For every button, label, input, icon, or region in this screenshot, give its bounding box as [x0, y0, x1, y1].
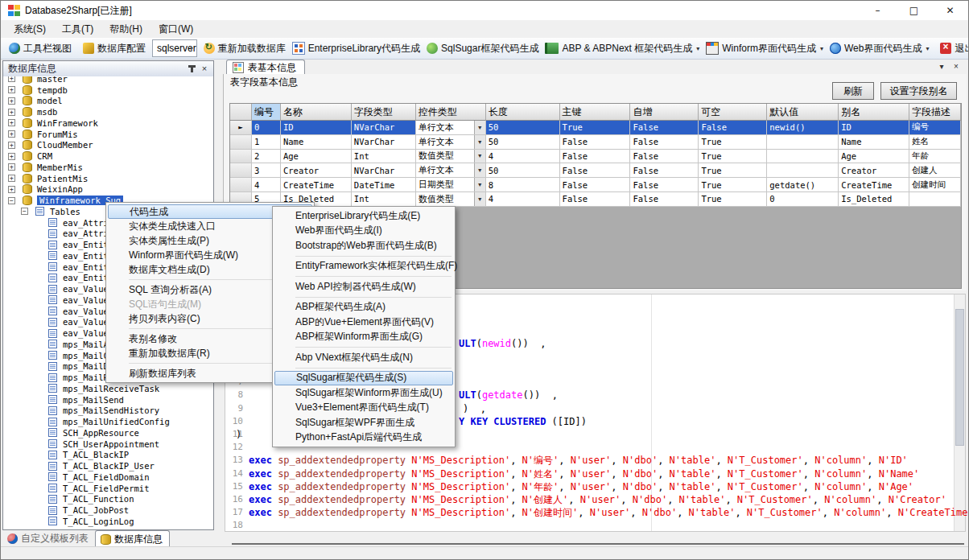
cell-字段描述[interactable]: 编号 [909, 121, 961, 135]
cell-长度[interactable]: 4 [486, 192, 560, 207]
expand-icon[interactable]: + [8, 186, 15, 193]
toolbar-button-web[interactable]: Web界面代码生成▾ [827, 40, 932, 57]
cell-字段描述[interactable]: 姓名 [909, 135, 961, 150]
row-selector[interactable] [230, 178, 252, 192]
refresh-button[interactable]: 刷新 [832, 82, 874, 100]
toolbar-button-exit[interactable]: 退出 [937, 40, 969, 57]
expand-icon[interactable]: + [8, 163, 15, 171]
tree-item-t_acl_fieldpermit[interactable]: T_ACL_FieldPermit [3, 483, 213, 494]
cell-字段描述[interactable]: 创建时间 [909, 178, 961, 192]
collapse-icon[interactable]: − [21, 208, 28, 215]
expand-icon[interactable]: + [8, 175, 15, 182]
collapse-icon[interactable]: − [8, 197, 15, 204]
cell-编号[interactable]: 0 [252, 121, 281, 135]
minimize-button[interactable]: – [860, 1, 896, 20]
cell-自增[interactable]: False [630, 121, 699, 135]
toolbar-button-winform[interactable]: Winform界面代码生成▾ [703, 40, 827, 57]
cell-名称[interactable]: Creator [281, 163, 352, 178]
cell-自增[interactable]: False [630, 135, 699, 150]
submenu-item-9[interactable]: ABP的Vue+Element界面代码(V) [274, 315, 453, 330]
tree-item-crm[interactable]: +CRM [3, 150, 213, 162]
cell-默认值[interactable] [767, 135, 839, 150]
close-icon[interactable]: × [199, 63, 210, 74]
cell-控件类型[interactable]: 单行文本▼ [416, 121, 486, 135]
cell-主键[interactable]: False [560, 192, 631, 207]
cell-可空[interactable]: True [699, 150, 767, 164]
cell-字段类型[interactable]: Int [352, 150, 416, 164]
combo-dropdown-icon[interactable]: ▼ [474, 121, 485, 134]
tree-item-forummis[interactable]: +ForumMis [3, 129, 213, 140]
menubar-item-0[interactable]: 系统(S) [6, 20, 54, 39]
cell-名称[interactable]: ID [281, 121, 352, 135]
toolbar-button-sqlsugar[interactable]: SqlSugar框架代码生成 [423, 40, 542, 57]
cell-别名[interactable]: Is_Deleted [839, 192, 909, 207]
expand-icon[interactable]: + [8, 119, 15, 126]
cell-可空[interactable]: True [699, 163, 767, 178]
submenu-item-0[interactable]: EnterpriseLibrary代码生成(E) [274, 208, 453, 224]
cell-默认值[interactable]: getdate() [767, 178, 839, 192]
toolbar-button-abp[interactable]: ABP & ABPNext 框架代码生成▾ [542, 40, 703, 57]
expand-icon[interactable]: + [8, 142, 15, 149]
column-header-3[interactable]: 控件类型 [416, 104, 486, 121]
submenu-item-18[interactable]: Python+FastApi后端代码生成 [274, 430, 453, 446]
tree-item-membermis[interactable]: +MemberMis [3, 162, 213, 173]
cell-长度[interactable]: 4 [486, 150, 560, 164]
tree-item-sch_userappointment[interactable]: SCH_UserAppointment [3, 439, 213, 450]
cell-字段类型[interactable]: Int [352, 192, 416, 207]
toolbar-button-db-config[interactable]: 数据库配置 [80, 40, 149, 57]
column-header-0[interactable]: 编号 [252, 104, 281, 121]
cell-编号[interactable]: 3 [252, 163, 281, 178]
horizontal-scrollbar-thumb[interactable] [232, 543, 964, 545]
tree-item-cloudmember[interactable]: +CloudMember [3, 140, 213, 151]
cell-控件类型[interactable]: 日期类型▼ [416, 178, 486, 192]
tree-item-t_acl_jobpost[interactable]: T_ACL_JobPost [3, 504, 213, 516]
tree-item-t_acl_blackip[interactable]: T_ACL_BlackIP [3, 450, 213, 461]
submenu-item-17[interactable]: SqlSugar框架WPF界面生成 [274, 415, 453, 430]
cell-自增[interactable]: False [630, 150, 699, 164]
cell-可空[interactable]: True [699, 135, 767, 150]
tree-item-t_acl_loginlog[interactable]: T_ACL_LoginLog [3, 516, 213, 527]
cell-名称[interactable]: Name [281, 135, 352, 150]
cell-主键[interactable]: False [560, 178, 631, 192]
pin-icon[interactable] [186, 63, 197, 74]
tree-item-weixinapp[interactable]: +WeixinApp [3, 184, 213, 196]
cell-默认值[interactable] [767, 163, 839, 178]
cell-控件类型[interactable]: 数值类型▼ [416, 150, 486, 164]
tree-item-mps_mailsendhistory[interactable]: mps_MailSendHistory [3, 406, 213, 417]
submenu-item-14[interactable]: SqlSugar框架代码生成(S) [274, 371, 453, 386]
tree-item-patientmis[interactable]: +PatientMis [3, 173, 213, 184]
column-header-10[interactable]: 字段描述 [909, 104, 961, 121]
cell-字段类型[interactable]: NVarChar [352, 121, 416, 135]
cell-可空[interactable]: True [699, 192, 767, 207]
cell-主键[interactable]: False [560, 150, 631, 164]
cell-默认值[interactable]: newid() [767, 121, 839, 135]
row-selector[interactable] [230, 135, 252, 150]
combo-dropdown-icon[interactable]: ▼ [474, 163, 485, 177]
cell-别名[interactable]: ID [839, 121, 909, 135]
submenu-item-16[interactable]: Vue3+Element界面代码生成(T) [274, 401, 453, 416]
tree-item-t_acl_fielddomain[interactable]: T_ACL_FieldDomain [3, 471, 213, 483]
menubar-item-3[interactable]: 窗口(W) [151, 20, 201, 39]
chevron-down-icon[interactable]: ▾ [696, 45, 699, 52]
cell-字段描述[interactable] [909, 192, 961, 207]
cell-别名[interactable]: CreateTime [839, 178, 909, 192]
toolbar-button-reload-db[interactable]: 重新加载数据库 [200, 40, 289, 57]
combo-dropdown-icon[interactable]: ▼ [474, 135, 485, 149]
cell-长度[interactable]: 50 [486, 163, 560, 178]
cell-字段类型[interactable]: NVarChar [352, 163, 416, 178]
cell-默认值[interactable]: 0 [767, 192, 839, 207]
tree-item-model[interactable]: +model [3, 96, 213, 107]
vertical-scrollbar[interactable] [954, 294, 965, 531]
toolbar-button-entlib[interactable]: EnterpriseLibrary代码生成 [289, 40, 423, 57]
tree-item-t_acl_blackip_user[interactable]: T_ACL_BlackIP_User [3, 460, 213, 471]
cell-字段描述[interactable]: 创建人 [909, 163, 961, 178]
cell-编号[interactable]: 1 [252, 135, 281, 150]
submenu-item-8[interactable]: ABP框架代码生成(A) [274, 300, 453, 315]
chevron-down-icon[interactable]: ▾ [936, 61, 947, 72]
cell-别名[interactable]: Creator [839, 163, 909, 178]
cell-编号[interactable]: 4 [252, 178, 281, 192]
column-header-6[interactable]: 自增 [630, 104, 699, 121]
column-header-9[interactable]: 别名 [839, 104, 909, 121]
cell-字段描述[interactable]: 年龄 [909, 150, 961, 164]
tree-item-t_acl_function[interactable]: T_ACL_Function [3, 494, 213, 505]
